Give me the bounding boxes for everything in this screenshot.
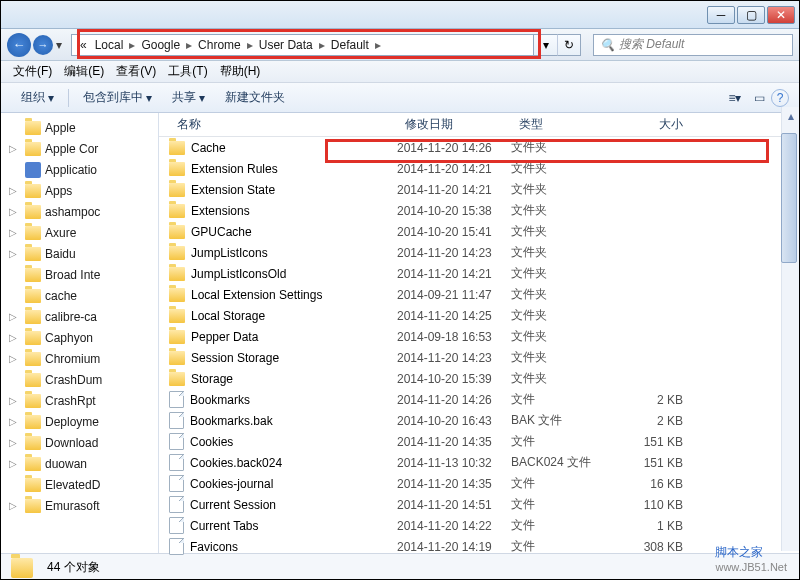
column-date[interactable]: 修改日期 [397, 113, 511, 136]
tree-item[interactable]: ▷CrashRpt [1, 390, 158, 411]
list-row[interactable]: Local Extension Settings2014-09-21 11:47… [159, 284, 799, 305]
chevron-icon[interactable]: ▷ [9, 395, 17, 406]
close-button[interactable]: ✕ [767, 6, 795, 24]
folder-icon [169, 309, 185, 323]
column-name[interactable]: 名称 [169, 113, 397, 136]
help-button[interactable]: ? [771, 89, 789, 107]
tree-item[interactable]: ▷calibre-ca [1, 306, 158, 327]
tree-item[interactable]: ▷Baidu [1, 243, 158, 264]
address-dropdown-button[interactable]: ▾ [533, 34, 557, 56]
tree-item[interactable]: ▷Download [1, 432, 158, 453]
menu-item[interactable]: 查看(V) [110, 61, 162, 82]
new-folder-button[interactable]: 新建文件夹 [215, 86, 295, 109]
list-row[interactable]: Current Tabs2014-11-20 14:22文件1 KB [159, 515, 799, 536]
share-button[interactable]: 共享▾ [162, 86, 215, 109]
chevron-icon[interactable]: ▷ [9, 416, 17, 427]
list-row[interactable]: Cache2014-11-20 14:26文件夹 [159, 137, 799, 158]
breadcrumb-item[interactable]: User Data [255, 38, 317, 52]
tree-item[interactable]: Applicatio [1, 159, 158, 180]
breadcrumb-item[interactable]: Google [137, 38, 184, 52]
chevron-icon[interactable]: ▷ [9, 206, 17, 217]
menu-item[interactable]: 编辑(E) [58, 61, 110, 82]
tree-item[interactable]: Broad Inte [1, 264, 158, 285]
list-row[interactable]: Cookies.back0242014-11-13 10:32BACK024 文… [159, 452, 799, 473]
scroll-up-icon[interactable]: ▴ [782, 107, 799, 125]
list-body: Cache2014-11-20 14:26文件夹Extension Rules2… [159, 137, 799, 557]
menu-item[interactable]: 工具(T) [162, 61, 213, 82]
tree-item[interactable]: Apple [1, 117, 158, 138]
list-row[interactable]: Local Storage2014-11-20 14:25文件夹 [159, 305, 799, 326]
list-row[interactable]: Cookies-journal2014-11-20 14:35文件16 KB [159, 473, 799, 494]
list-row[interactable]: JumpListIcons2014-11-20 14:23文件夹 [159, 242, 799, 263]
maximize-button[interactable]: ▢ [737, 6, 765, 24]
tree-item[interactable]: ▷Chromium [1, 348, 158, 369]
breadcrumb-item[interactable]: Default [327, 38, 373, 52]
tree-item[interactable]: ▷Emurasoft [1, 495, 158, 516]
search-input[interactable]: 🔍 搜索 Default [593, 34, 793, 56]
tree-item[interactable]: ElevatedD [1, 474, 158, 495]
list-row[interactable]: Cookies2014-11-20 14:35文件151 KB [159, 431, 799, 452]
preview-pane-button[interactable]: ▭ [747, 87, 771, 109]
list-row[interactable]: Extensions2014-10-20 15:38文件夹 [159, 200, 799, 221]
breadcrumb-overflow[interactable]: « [76, 38, 91, 52]
tree-item[interactable]: ▷duowan [1, 453, 158, 474]
tree-item[interactable]: ▷Apple Cor [1, 138, 158, 159]
list-row[interactable]: JumpListIconsOld2014-11-20 14:21文件夹 [159, 263, 799, 284]
tree-item[interactable]: ▷Apps [1, 180, 158, 201]
chevron-icon[interactable]: ▷ [9, 500, 17, 511]
tree-item-label: Broad Inte [45, 268, 100, 282]
chevron-icon[interactable]: ▷ [9, 332, 17, 343]
column-size[interactable]: 大小 [611, 113, 691, 136]
chevron-icon[interactable]: ▷ [9, 185, 17, 196]
file-name: Session Storage [191, 351, 279, 365]
tree-item[interactable]: ▷ashampoc [1, 201, 158, 222]
folder-icon [169, 183, 185, 197]
nav-back-button[interactable]: ← [7, 33, 31, 57]
file-date: 2014-11-20 14:26 [397, 393, 511, 407]
list-row[interactable]: Favicons2014-11-20 14:19文件308 KB [159, 536, 799, 557]
column-type[interactable]: 类型 [511, 113, 611, 136]
folder-tree[interactable]: Apple▷Apple CorApplicatio▷Apps▷ashampoc▷… [1, 113, 159, 553]
tree-item[interactable]: ▷Deployme [1, 411, 158, 432]
breadcrumb-item[interactable]: Chrome [194, 38, 245, 52]
file-list: 名称 修改日期 类型 大小 Cache2014-11-20 14:26文件夹Ex… [159, 113, 799, 553]
tree-item[interactable]: CrashDum [1, 369, 158, 390]
list-row[interactable]: GPUCache2014-10-20 15:41文件夹 [159, 221, 799, 242]
list-row[interactable]: Storage2014-10-20 15:39文件夹 [159, 368, 799, 389]
minimize-button[interactable]: ─ [707, 6, 735, 24]
chevron-icon[interactable]: ▷ [9, 143, 17, 154]
scrollbar-thumb[interactable] [781, 133, 797, 263]
chevron-icon[interactable]: ▷ [9, 353, 17, 364]
list-row[interactable]: Extension State2014-11-20 14:21文件夹 [159, 179, 799, 200]
file-type: 文件夹 [511, 265, 611, 282]
view-mode-button[interactable]: ≡▾ [723, 87, 747, 109]
list-row[interactable]: Bookmarks2014-11-20 14:26文件2 KB [159, 389, 799, 410]
tree-item-label: Applicatio [45, 163, 97, 177]
list-row[interactable]: Current Session2014-11-20 14:51文件110 KB [159, 494, 799, 515]
list-row[interactable]: Bookmarks.bak2014-10-20 16:43BAK 文件2 KB [159, 410, 799, 431]
organize-button[interactable]: 组织▾ [11, 86, 64, 109]
chevron-icon[interactable]: ▷ [9, 458, 17, 469]
nav-history-dropdown[interactable]: ▾ [53, 38, 65, 52]
menu-item[interactable]: 文件(F) [7, 61, 58, 82]
tree-item-label: Axure [45, 226, 76, 240]
address-bar[interactable]: «Local▸Google▸Chrome▸User Data▸Default▸ [71, 34, 533, 56]
nav-forward-button[interactable]: → [33, 35, 53, 55]
refresh-button[interactable]: ↻ [557, 34, 581, 56]
list-row[interactable]: Session Storage2014-11-20 14:23文件夹 [159, 347, 799, 368]
list-row[interactable]: Pepper Data2014-09-18 16:53文件夹 [159, 326, 799, 347]
chevron-icon[interactable]: ▷ [9, 248, 17, 259]
chevron-icon[interactable]: ▷ [9, 437, 17, 448]
menubar: 文件(F)编辑(E)查看(V)工具(T)帮助(H) [1, 61, 799, 83]
tree-item[interactable]: cache [1, 285, 158, 306]
list-row[interactable]: Extension Rules2014-11-20 14:21文件夹 [159, 158, 799, 179]
menu-item[interactable]: 帮助(H) [214, 61, 267, 82]
include-library-button[interactable]: 包含到库中▾ [73, 86, 162, 109]
file-name: Cookies.back024 [190, 456, 282, 470]
breadcrumb-item[interactable]: Local [91, 38, 128, 52]
folder-icon [25, 268, 41, 282]
chevron-icon[interactable]: ▷ [9, 311, 17, 322]
tree-item[interactable]: ▷Caphyon [1, 327, 158, 348]
chevron-icon[interactable]: ▷ [9, 227, 17, 238]
tree-item[interactable]: ▷Axure [1, 222, 158, 243]
